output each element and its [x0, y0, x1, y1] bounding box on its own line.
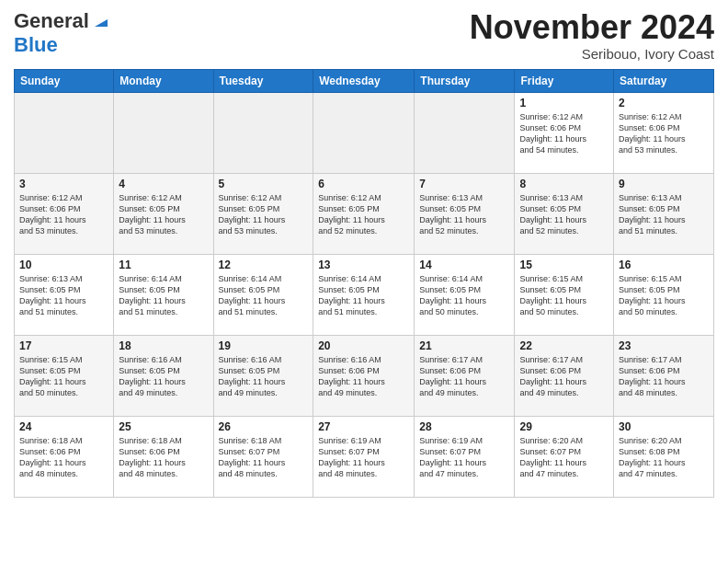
calendar-cell: 15Sunrise: 6:15 AM Sunset: 6:05 PM Dayli…: [515, 254, 614, 335]
svg-marker-0: [95, 19, 108, 27]
day-number: 29: [519, 420, 609, 433]
day-info: Sunrise: 6:20 AM Sunset: 6:07 PM Dayligh…: [519, 435, 609, 480]
calendar-cell: 21Sunrise: 6:17 AM Sunset: 6:06 PM Dayli…: [415, 335, 515, 416]
calendar-week-1: 3Sunrise: 6:12 AM Sunset: 6:06 PM Daylig…: [15, 173, 714, 254]
day-info: Sunrise: 6:13 AM Sunset: 6:05 PM Dayligh…: [519, 192, 609, 237]
calendar-cell: 19Sunrise: 6:16 AM Sunset: 6:05 PM Dayli…: [213, 335, 313, 416]
col-friday: Friday: [515, 69, 614, 92]
day-info: Sunrise: 6:14 AM Sunset: 6:05 PM Dayligh…: [119, 273, 208, 318]
calendar-cell: 30Sunrise: 6:20 AM Sunset: 6:08 PM Dayli…: [614, 416, 714, 497]
calendar-cell: 9Sunrise: 6:13 AM Sunset: 6:05 PM Daylig…: [614, 173, 714, 254]
day-info: Sunrise: 6:17 AM Sunset: 6:06 PM Dayligh…: [519, 354, 609, 399]
day-number: 15: [519, 259, 609, 271]
day-number: 30: [619, 420, 709, 433]
calendar-cell: 24Sunrise: 6:18 AM Sunset: 6:06 PM Dayli…: [15, 416, 114, 497]
calendar-week-3: 17Sunrise: 6:15 AM Sunset: 6:05 PM Dayli…: [15, 335, 714, 416]
calendar-cell: 3Sunrise: 6:12 AM Sunset: 6:06 PM Daylig…: [15, 173, 114, 254]
calendar-cell: 23Sunrise: 6:17 AM Sunset: 6:06 PM Dayli…: [614, 335, 714, 416]
day-info: Sunrise: 6:15 AM Sunset: 6:05 PM Dayligh…: [619, 273, 709, 318]
day-number: 12: [219, 259, 309, 271]
calendar-cell: 26Sunrise: 6:18 AM Sunset: 6:07 PM Dayli…: [213, 416, 313, 497]
day-number: 22: [519, 339, 609, 352]
calendar-cell: 2Sunrise: 6:12 AM Sunset: 6:06 PM Daylig…: [614, 92, 714, 173]
day-info: Sunrise: 6:18 AM Sunset: 6:06 PM Dayligh…: [119, 435, 208, 480]
calendar-cell: [213, 92, 313, 173]
day-info: Sunrise: 6:18 AM Sunset: 6:06 PM Dayligh…: [19, 435, 108, 480]
day-number: 14: [419, 259, 509, 271]
day-info: Sunrise: 6:16 AM Sunset: 6:05 PM Dayligh…: [119, 354, 208, 399]
day-number: 10: [19, 259, 108, 271]
logo-blue-text: Blue: [14, 33, 58, 56]
col-saturday: Saturday: [614, 69, 714, 92]
day-info: Sunrise: 6:12 AM Sunset: 6:05 PM Dayligh…: [119, 192, 208, 237]
day-info: Sunrise: 6:12 AM Sunset: 6:05 PM Dayligh…: [318, 192, 409, 237]
calendar-cell: 6Sunrise: 6:12 AM Sunset: 6:05 PM Daylig…: [313, 173, 415, 254]
calendar-cell: 18Sunrise: 6:16 AM Sunset: 6:05 PM Dayli…: [114, 335, 213, 416]
month-title: November 2024: [470, 9, 714, 46]
day-number: 19: [219, 339, 309, 352]
day-info: Sunrise: 6:13 AM Sunset: 6:05 PM Dayligh…: [619, 192, 709, 237]
day-info: Sunrise: 6:19 AM Sunset: 6:07 PM Dayligh…: [318, 435, 409, 480]
calendar-cell: 7Sunrise: 6:13 AM Sunset: 6:05 PM Daylig…: [415, 173, 515, 254]
calendar-cell: 25Sunrise: 6:18 AM Sunset: 6:06 PM Dayli…: [114, 416, 213, 497]
calendar-cell: [313, 92, 415, 173]
calendar-cell: 1Sunrise: 6:12 AM Sunset: 6:06 PM Daylig…: [515, 92, 614, 173]
day-number: 9: [619, 178, 709, 190]
day-info: Sunrise: 6:20 AM Sunset: 6:08 PM Dayligh…: [619, 435, 709, 480]
col-monday: Monday: [114, 69, 213, 92]
day-number: 27: [318, 420, 409, 433]
day-number: 3: [19, 178, 108, 190]
logo-general-text: General: [14, 9, 89, 33]
day-info: Sunrise: 6:13 AM Sunset: 6:05 PM Dayligh…: [19, 273, 108, 318]
calendar-week-4: 24Sunrise: 6:18 AM Sunset: 6:06 PM Dayli…: [15, 416, 714, 497]
calendar-cell: [415, 92, 515, 173]
day-info: Sunrise: 6:17 AM Sunset: 6:06 PM Dayligh…: [419, 354, 509, 399]
day-info: Sunrise: 6:12 AM Sunset: 6:06 PM Dayligh…: [519, 111, 609, 156]
calendar-cell: 14Sunrise: 6:14 AM Sunset: 6:05 PM Dayli…: [415, 254, 515, 335]
day-number: 17: [19, 339, 108, 352]
day-info: Sunrise: 6:13 AM Sunset: 6:05 PM Dayligh…: [419, 192, 509, 237]
calendar-cell: 13Sunrise: 6:14 AM Sunset: 6:05 PM Dayli…: [313, 254, 415, 335]
day-info: Sunrise: 6:15 AM Sunset: 6:05 PM Dayligh…: [519, 273, 609, 318]
day-number: 25: [119, 420, 208, 433]
day-number: 8: [519, 178, 609, 190]
calendar-header-row: Sunday Monday Tuesday Wednesday Thursday…: [15, 69, 714, 92]
calendar-cell: 16Sunrise: 6:15 AM Sunset: 6:05 PM Dayli…: [614, 254, 714, 335]
day-number: 16: [619, 259, 709, 271]
calendar-week-0: 1Sunrise: 6:12 AM Sunset: 6:06 PM Daylig…: [15, 92, 714, 173]
day-number: 1: [519, 97, 609, 109]
day-info: Sunrise: 6:14 AM Sunset: 6:05 PM Dayligh…: [318, 273, 409, 318]
calendar-cell: 28Sunrise: 6:19 AM Sunset: 6:07 PM Dayli…: [415, 416, 515, 497]
col-thursday: Thursday: [415, 69, 515, 92]
calendar-week-2: 10Sunrise: 6:13 AM Sunset: 6:05 PM Dayli…: [15, 254, 714, 335]
col-sunday: Sunday: [15, 69, 114, 92]
day-info: Sunrise: 6:16 AM Sunset: 6:06 PM Dayligh…: [318, 354, 409, 399]
day-info: Sunrise: 6:18 AM Sunset: 6:07 PM Dayligh…: [219, 435, 309, 480]
day-number: 6: [318, 178, 409, 190]
page: General Blue November 2024 Seribouo, Ivo…: [0, 0, 728, 511]
day-number: 5: [219, 178, 309, 190]
day-number: 28: [419, 420, 509, 433]
title-section: November 2024 Seribouo, Ivory Coast: [470, 9, 714, 62]
day-number: 7: [419, 178, 509, 190]
day-number: 20: [318, 339, 409, 352]
day-number: 23: [619, 339, 709, 352]
col-tuesday: Tuesday: [213, 69, 313, 92]
day-number: 4: [119, 178, 208, 190]
day-info: Sunrise: 6:14 AM Sunset: 6:05 PM Dayligh…: [219, 273, 309, 318]
location: Seribouo, Ivory Coast: [470, 46, 714, 62]
calendar-cell: 22Sunrise: 6:17 AM Sunset: 6:06 PM Dayli…: [515, 335, 614, 416]
calendar-cell: 5Sunrise: 6:12 AM Sunset: 6:05 PM Daylig…: [213, 173, 313, 254]
calendar-cell: 20Sunrise: 6:16 AM Sunset: 6:06 PM Dayli…: [313, 335, 415, 416]
day-number: 13: [318, 259, 409, 271]
day-info: Sunrise: 6:17 AM Sunset: 6:06 PM Dayligh…: [619, 354, 709, 399]
day-info: Sunrise: 6:19 AM Sunset: 6:07 PM Dayligh…: [419, 435, 509, 480]
day-info: Sunrise: 6:12 AM Sunset: 6:06 PM Dayligh…: [19, 192, 108, 237]
logo: General Blue: [14, 9, 111, 57]
calendar-cell: 27Sunrise: 6:19 AM Sunset: 6:07 PM Dayli…: [313, 416, 415, 497]
header: General Blue November 2024 Seribouo, Ivo…: [14, 9, 714, 62]
calendar-cell: 17Sunrise: 6:15 AM Sunset: 6:05 PM Dayli…: [15, 335, 114, 416]
day-info: Sunrise: 6:12 AM Sunset: 6:05 PM Dayligh…: [219, 192, 309, 237]
day-number: 24: [19, 420, 108, 433]
day-number: 11: [119, 259, 208, 271]
